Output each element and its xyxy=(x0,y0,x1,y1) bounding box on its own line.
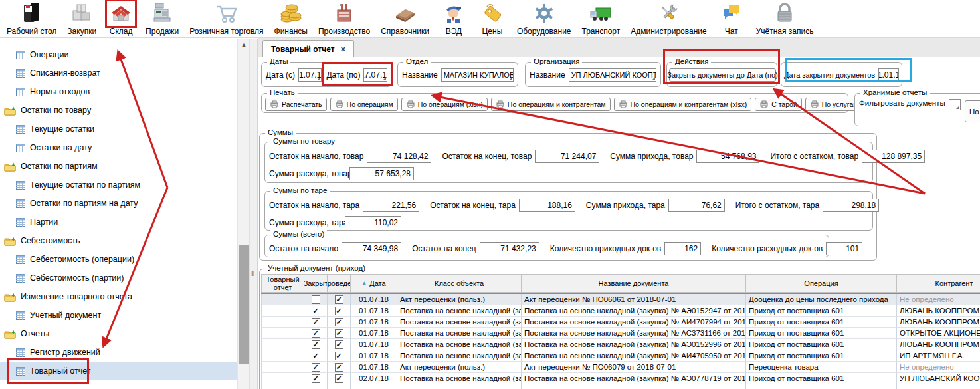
column-header-closed[interactable]: Закрыт xyxy=(304,274,328,293)
print-with-tare-button[interactable]: С тарой xyxy=(755,98,802,111)
sum-field[interactable]: 298,18 xyxy=(823,199,879,212)
toolbar-item-prices[interactable]: Цены xyxy=(473,1,512,36)
sidebar-item[interactable]: Текущие остатки xyxy=(0,120,237,138)
toolbar-item-retail[interactable]: Розничная торговля xyxy=(184,1,268,36)
closed-checkbox[interactable] xyxy=(312,295,320,304)
table-row[interactable]: ✓✓01.07.18Поставка на основе накладной (… xyxy=(261,305,980,317)
table-row[interactable]: ✓✓01.07.18Поставка на основе накладной (… xyxy=(261,328,980,339)
proved-checkbox[interactable]: ✓ xyxy=(335,318,343,326)
sidebar-item[interactable]: Остатки по партиям на дату xyxy=(0,194,237,213)
toolbar-item-warehouse[interactable]: Склад xyxy=(102,1,140,36)
proved-checkbox[interactable]: ✓ xyxy=(335,352,343,360)
column-header-operation[interactable]: Операция xyxy=(746,274,897,293)
column-header-counterparty[interactable]: Контрагент xyxy=(897,274,980,293)
table-row[interactable]: ✓✓01.07.18Поставка на основе накладной (… xyxy=(261,339,980,350)
proved-checkbox[interactable]: ✓ xyxy=(335,340,343,349)
table-row[interactable] xyxy=(261,384,980,389)
sidebar-item[interactable]: Партии xyxy=(0,213,237,231)
sum-field[interactable]: 221,56 xyxy=(363,199,419,212)
close-date-field[interactable]: 01.01.18 xyxy=(878,68,899,82)
table-row[interactable]: ✓✓01.07.18Акт переоценки (польз.)Акт пер… xyxy=(261,362,980,373)
sidebar-scrollbar[interactable]: ▲ xyxy=(237,39,249,389)
sum-field[interactable]: 162 xyxy=(664,242,701,255)
print-by-operations-xlsx-button[interactable]: По операциям (xlsx) xyxy=(401,98,488,111)
sidebar-item[interactable]: Нормы отходов xyxy=(0,82,237,101)
sum-field[interactable]: 110,02 xyxy=(345,216,401,229)
sidebar-item[interactable]: Себестоимость xyxy=(0,231,237,250)
sidebar-item[interactable]: Товарный отчет xyxy=(0,362,237,380)
print-button[interactable]: Распечатать xyxy=(265,98,327,111)
close-documents-button[interactable]: Закрыть документы до Дата (по) xyxy=(669,68,776,82)
proved-checkbox[interactable]: ✓ xyxy=(335,295,343,304)
date-from-field[interactable]: 01.07.18 xyxy=(298,68,322,82)
table-row[interactable]: ✓✓01.07.18Поставка на основе накладной (… xyxy=(261,350,980,362)
closed-checkbox[interactable]: ✓ xyxy=(312,307,320,315)
sum-field[interactable]: 101 xyxy=(826,242,862,255)
sum-field[interactable]: 71 244,07 xyxy=(535,150,599,163)
closed-checkbox[interactable]: ✓ xyxy=(312,329,320,338)
sum-field[interactable]: 74 349,98 xyxy=(342,242,401,255)
print-by-operations-counterparties-button[interactable]: По операциям и контрагентам xyxy=(491,98,611,111)
toolbar-item-production[interactable]: Производство xyxy=(313,1,375,36)
tab-close-icon[interactable]: × xyxy=(341,44,346,54)
toolbar-item-administration[interactable]: Администрирование xyxy=(625,1,712,36)
column-header-class[interactable]: Класс объекта xyxy=(397,274,522,293)
toolbar-item-equipment[interactable]: Оборудование xyxy=(512,1,577,36)
toolbar-item-transport[interactable]: Транспорт xyxy=(577,1,626,36)
sidebar-item[interactable]: Остатки на дату xyxy=(0,138,237,157)
sidebar-item[interactable]: Регистр движений xyxy=(0,343,237,362)
sidebar-item[interactable]: Операции xyxy=(0,45,237,64)
closed-checkbox[interactable]: ✓ xyxy=(312,363,320,372)
sum-field[interactable]: 76,62 xyxy=(668,199,725,212)
sidebar-item[interactable]: Отчеты xyxy=(0,324,237,343)
toolbar-item-catalogs[interactable]: Справочники xyxy=(375,1,435,36)
toolbar-item-sales[interactable]: Продажи xyxy=(140,1,184,36)
proved-checkbox[interactable]: ✓ xyxy=(335,329,343,338)
proved-checkbox[interactable]: ✓ xyxy=(335,374,343,383)
sidebar-item[interactable]: Остатки по товару xyxy=(0,101,237,120)
panel-splitter[interactable]: ‖ xyxy=(249,39,258,389)
sidebar-item[interactable]: Изменение товарного отчета xyxy=(0,287,237,306)
column-header-date[interactable]: ▲Дата xyxy=(351,274,397,293)
toolbar-item-desktop[interactable]: Рабочий стол xyxy=(1,1,62,36)
department-name-field[interactable]: МАГАЗИН КУПАЛОВСКИ xyxy=(441,68,514,82)
proved-checkbox[interactable]: ✓ xyxy=(335,307,343,315)
print-by-operations-counterparties-xlsx-button[interactable]: По операциям и контрагентам (xlsx) xyxy=(614,98,752,111)
closed-checkbox[interactable]: ✓ xyxy=(312,318,320,326)
sidebar-item[interactable]: Остатки по партиям xyxy=(0,157,237,176)
column-header-report[interactable]: Товарный отчет▲ xyxy=(261,274,304,293)
column-header-proved[interactable]: Проведен xyxy=(328,274,351,293)
tab-goods-report[interactable]: Товарный отчет × xyxy=(262,40,354,57)
scrollbar-up-icon[interactable]: ▲ xyxy=(238,39,250,51)
splitter-grip-icon[interactable]: ‖ xyxy=(251,270,254,277)
sum-field[interactable]: 54 768,93 xyxy=(696,150,759,163)
partial-button[interactable]: Но xyxy=(965,100,980,122)
toolbar-item-finance[interactable]: Финансы xyxy=(269,1,313,36)
closed-checkbox[interactable]: ✓ xyxy=(312,340,320,349)
sidebar-item[interactable]: Учетный документ xyxy=(0,306,237,324)
sidebar-item[interactable]: Списания-возврат xyxy=(0,64,237,82)
table-row[interactable]: ✓✓02.07.18Поставка на основе накладной (… xyxy=(261,373,980,384)
sum-field[interactable]: 71 432,23 xyxy=(480,242,539,255)
sum-field[interactable]: 74 128,42 xyxy=(367,150,431,163)
print-by-operations-button[interactable]: По операциям xyxy=(330,98,398,111)
sidebar-item[interactable]: Текущие остатки по партиям xyxy=(0,176,237,194)
toolbar-item-customs[interactable]: ВЭД xyxy=(435,1,473,36)
sum-field[interactable]: 57 653,28 xyxy=(349,167,414,180)
sum-field[interactable]: 188,16 xyxy=(519,199,575,212)
column-header-doc-name[interactable]: Название документа xyxy=(522,274,746,293)
table-row[interactable]: ✓01.07.18Акт переоценки (польз.)Акт пере… xyxy=(261,294,980,305)
date-to-field[interactable]: 17.07.18 xyxy=(363,68,387,82)
proved-checkbox[interactable]: ✓ xyxy=(335,363,343,372)
toolbar-item-account[interactable]: Учётная запись xyxy=(751,1,819,36)
closed-checkbox[interactable]: ✓ xyxy=(312,352,320,360)
toolbar-item-chat[interactable]: Чат xyxy=(712,1,751,36)
organization-name-field[interactable]: УП ЛЮБАНСКИЙ КООПТ xyxy=(569,68,656,82)
sidebar-item[interactable]: Себестоимость (операции) xyxy=(0,250,237,269)
scrollbar-thumb[interactable] xyxy=(239,245,249,364)
sum-field[interactable]: 128 897,35 xyxy=(862,150,925,163)
sidebar-item[interactable]: Себестоимость (партии) xyxy=(0,269,237,287)
filter-documents-checkbox[interactable] xyxy=(949,99,961,110)
toolbar-item-purchases[interactable]: Закупки xyxy=(62,1,102,36)
table-row[interactable]: ✓✓01.07.18Поставка на основе накладной (… xyxy=(261,317,980,328)
